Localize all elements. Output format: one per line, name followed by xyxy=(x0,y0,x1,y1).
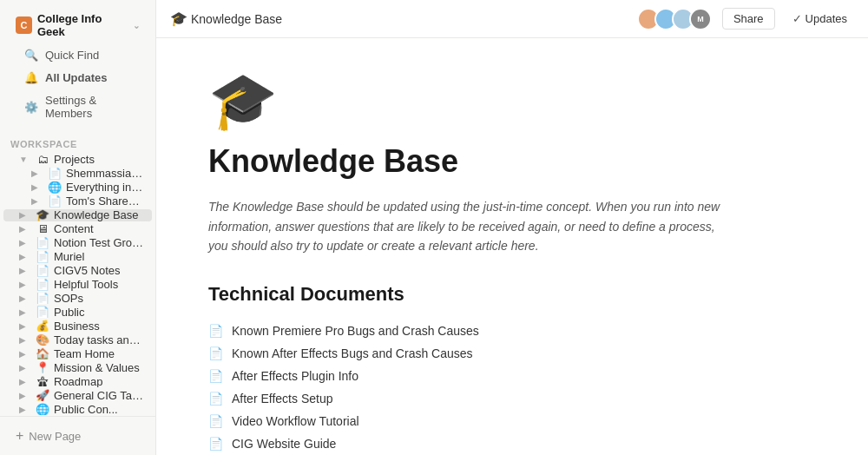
avatar-group: M xyxy=(637,8,712,30)
chevron-right-icon: ▶ xyxy=(19,280,31,289)
plus-icon: + xyxy=(16,428,23,444)
main-content: 🎓 Knowledge Base M Share ✓ Updates 🎓 Kno… xyxy=(156,0,868,455)
business-label: Business xyxy=(54,320,145,332)
sidebar-item-team-home[interactable]: ▶ 🏠 Team Home xyxy=(3,347,152,359)
doc-label: Known Premiere Pro Bugs and Crash Causes xyxy=(232,324,479,338)
money-icon: 💰 xyxy=(36,320,49,332)
chevron-right-icon: ▶ xyxy=(19,210,31,220)
document-list-item[interactable]: 📄Video Workflow Tutorial xyxy=(208,410,816,432)
page-description: The Knowledge Base should be updated usi… xyxy=(208,197,729,255)
chevron-right-icon: ▶ xyxy=(19,377,31,386)
search-icon: 🔍 xyxy=(24,49,38,62)
team-home-label: Team Home xyxy=(54,347,145,359)
share-button[interactable]: Share xyxy=(722,8,775,30)
check-icon: ✓ xyxy=(792,12,802,25)
cigv5-label: CIGV5 Notes xyxy=(54,265,145,277)
chevron-right-icon: ▶ xyxy=(19,321,31,331)
palette-icon: 🎨 xyxy=(36,333,49,346)
doc-icon: 📄 xyxy=(208,414,223,428)
chevron-right-icon: ▶ xyxy=(31,196,43,206)
general-cig-label: General CIG Tasks xyxy=(54,389,145,401)
doc-label: Known After Effects Bugs and Crash Cause… xyxy=(232,346,473,360)
document-list-item[interactable]: 📄Known After Effects Bugs and Crash Caus… xyxy=(208,342,816,365)
notion-test-label: Notion Test Ground xyxy=(54,237,145,249)
topbar-actions: M Share ✓ Updates xyxy=(637,8,854,30)
settings-action[interactable]: ⚙️ Settings & Members xyxy=(12,89,143,124)
sidebar-item-business[interactable]: ▶ 💰 Business xyxy=(3,320,152,332)
document-list-item[interactable]: 📄CIG Website Guide xyxy=(208,432,816,455)
projects-icon: 🗂 xyxy=(36,154,49,166)
helpful-tools-label: Helpful Tools xyxy=(54,279,145,291)
workspace-section-label: WORKSPACE xyxy=(0,129,155,153)
chevron-right-icon: ▶ xyxy=(19,293,31,303)
page-content: 🎓 Knowledge Base The Knowledge Base shou… xyxy=(156,38,868,455)
document-list-item[interactable]: 📄After Effects Setup xyxy=(208,387,816,410)
doc-icon: 📄 xyxy=(36,251,49,263)
sidebar-item-sops[interactable]: ▶ 📄 SOPs xyxy=(3,293,152,305)
knowledge-base-label: Knowledge Base xyxy=(54,209,145,221)
doc-icon: 📄 xyxy=(36,306,49,318)
quick-find-action[interactable]: 🔍 Quick Find xyxy=(12,44,143,66)
all-updates-action[interactable]: 🔔 All Updates xyxy=(12,67,143,89)
sidebar-item-toms-template[interactable]: ▶ 📄 Tom's Shared Templ... xyxy=(3,195,152,208)
sidebar-item-public[interactable]: ▶ 📄 Public xyxy=(3,306,152,318)
sidebar-item-roadmap[interactable]: ▶ 🛣 Roadmap xyxy=(3,375,152,387)
doc-icon: 📄 xyxy=(48,195,62,208)
gear-icon: ⚙️ xyxy=(24,101,38,114)
sidebar-item-notion-test[interactable]: ▶ 📄 Notion Test Ground xyxy=(3,237,152,249)
avatar: M xyxy=(689,8,712,30)
globe-icon: 🌐 xyxy=(48,181,62,194)
home-icon: 🏠 xyxy=(36,347,49,359)
sidebar-item-everything-notion[interactable]: ▶ 🌐 Everything in Notion xyxy=(3,181,152,194)
settings-label: Settings & Members xyxy=(45,94,135,120)
sidebar-item-projects[interactable]: ▼ 🗂 Projects xyxy=(3,154,152,166)
doc-icon: 📄 xyxy=(36,293,49,305)
content-label: Content xyxy=(54,223,145,235)
breadcrumb: 🎓 Knowledge Base xyxy=(170,10,282,27)
sops-label: SOPs xyxy=(54,293,145,305)
new-page-button[interactable]: + New Page xyxy=(7,424,148,448)
topbar: 🎓 Knowledge Base M Share ✓ Updates xyxy=(156,0,868,38)
pin-icon: 📍 xyxy=(36,361,49,373)
sidebar-item-cigv5[interactable]: ▶ 📄 CIGV5 Notes xyxy=(3,265,152,277)
sidebar-item-shemmassian[interactable]: ▶ 📄 Shemmassian Con... xyxy=(3,168,152,180)
doc-icon: 📄 xyxy=(208,437,223,451)
sidebar-item-public-sub[interactable]: ▶ 🌐 Public Con... xyxy=(3,403,152,415)
doc-icon: 📄 xyxy=(36,237,49,249)
toms-template-label: Tom's Shared Templ... xyxy=(66,195,145,208)
new-page-label: New Page xyxy=(29,430,81,443)
doc-icon: 📄 xyxy=(36,279,49,291)
document-list: 📄Known Premiere Pro Bugs and Crash Cause… xyxy=(208,320,816,455)
sidebar-item-general-cig[interactable]: ▶ 🚀 General CIG Tasks xyxy=(3,389,152,401)
monitor-icon: 🖥 xyxy=(36,223,49,235)
breadcrumb-title: Knowledge Base xyxy=(191,12,282,26)
roadmap-label: Roadmap xyxy=(54,375,145,387)
shemmassian-label: Shemmassian Con... xyxy=(66,168,145,180)
chevron-right-icon: ▶ xyxy=(19,335,31,345)
today-tasks-label: Today tasks and Not... xyxy=(54,333,145,346)
page-emoji: 🎓 xyxy=(208,73,816,129)
all-updates-label: All Updates xyxy=(45,71,108,84)
doc-icon: 📄 xyxy=(208,324,223,338)
globe-icon: 🌐 xyxy=(36,403,49,415)
sidebar-item-mission[interactable]: ▶ 📍 Mission & Values xyxy=(3,361,152,373)
workspace-title[interactable]: C College Info Geek ⌄ xyxy=(9,7,147,43)
document-list-item[interactable]: 📄After Effects Plugin Info xyxy=(208,365,816,387)
technical-documents-heading: Technical Documents xyxy=(208,283,816,306)
sidebar-item-today-tasks[interactable]: ▶ 🎨 Today tasks and Not... xyxy=(3,333,152,346)
graduation-icon: 🎓 xyxy=(36,209,49,221)
workspace-name: College Info Geek xyxy=(37,12,128,38)
chevron-right-icon: ▶ xyxy=(19,307,31,317)
doc-icon: 📄 xyxy=(36,265,49,277)
everything-notion-label: Everything in Notion xyxy=(66,181,145,194)
sidebar-item-helpful-tools[interactable]: ▶ 📄 Helpful Tools xyxy=(3,279,152,291)
workspace-icon: C xyxy=(16,16,32,34)
bell-icon: 🔔 xyxy=(24,71,38,84)
sidebar-item-muriel[interactable]: ▶ 📄 Muriel xyxy=(3,251,152,263)
sidebar-item-knowledge-base[interactable]: ▶ 🎓 Knowledge Base xyxy=(3,209,152,221)
sidebar-item-content[interactable]: ▶ 🖥 Content xyxy=(3,223,152,235)
updates-button[interactable]: ✓ Updates xyxy=(786,9,854,29)
muriel-label: Muriel xyxy=(54,251,145,263)
document-list-item[interactable]: 📄Known Premiere Pro Bugs and Crash Cause… xyxy=(208,320,816,342)
doc-label: After Effects Setup xyxy=(232,392,332,406)
